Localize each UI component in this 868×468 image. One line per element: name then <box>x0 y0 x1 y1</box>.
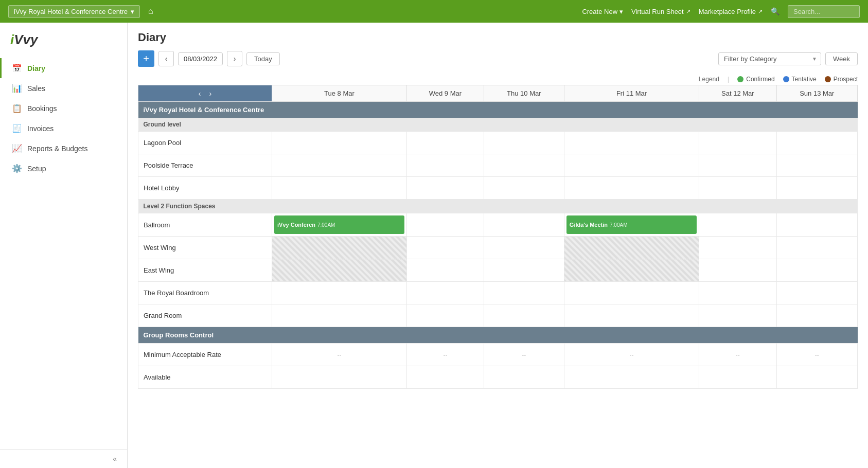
hotel-lobby-wed[interactable] <box>406 177 484 200</box>
west-wing-sat[interactable] <box>699 237 776 259</box>
content-area: Diary + ‹ 08/03/2022 › Today Filter by C… <box>128 23 868 468</box>
ground-level-label: Ground level <box>138 118 272 132</box>
east-wing-sun[interactable] <box>776 259 857 282</box>
lagoon-pool-sat[interactable] <box>699 132 776 154</box>
east-wing-thu[interactable] <box>484 259 564 282</box>
poolside-sun[interactable] <box>776 154 857 177</box>
sidebar-item-bookings-label: Bookings <box>27 104 57 113</box>
ballroom-fri[interactable]: Gilda's Meetin 7:00AM <box>564 213 699 237</box>
ground-level-spacer <box>272 118 858 132</box>
available-thu[interactable] <box>484 366 564 389</box>
grand-room-sat[interactable] <box>699 304 776 327</box>
min-rate-tue: -- <box>272 344 407 366</box>
external-link-icon: ↗ <box>686 8 690 15</box>
poolside-fri[interactable] <box>564 154 699 177</box>
sales-icon: 📊 <box>12 83 22 93</box>
calendar-header-row: ‹ › Tue 8 Mar Wed 9 Mar Thu 10 Mar Fri 1… <box>138 85 858 102</box>
east-wing-sat[interactable] <box>699 259 776 282</box>
available-wed[interactable] <box>406 366 484 389</box>
poolside-wed[interactable] <box>406 154 484 177</box>
available-sat[interactable] <box>699 366 776 389</box>
hotel-lobby-fri[interactable] <box>564 177 699 200</box>
day-header-fri: Fri 11 Mar <box>564 85 699 102</box>
grand-room-thu[interactable] <box>484 304 564 327</box>
sidebar-item-invoices[interactable]: 🧾 Invoices <box>0 118 127 138</box>
ballroom-sun[interactable] <box>776 213 857 237</box>
event-ivvy-conference[interactable]: iVvy Conferen 7:00AM <box>274 215 404 234</box>
hotel-lobby-sat[interactable] <box>699 177 776 200</box>
available-sun[interactable] <box>776 366 857 389</box>
navbar: iVvy Royal Hotel & Conference Centre ▾ ⌂… <box>0 0 868 23</box>
boardroom-tue[interactable] <box>272 282 407 304</box>
hotel-lobby-sun[interactable] <box>776 177 857 200</box>
sidebar-item-bookings[interactable]: 📋 Bookings <box>0 98 127 118</box>
virtual-run-sheet-link[interactable]: Virtual Run Sheet ↗ <box>631 8 690 15</box>
sidebar-item-reports[interactable]: 📈 Reports & Budgets <box>0 138 127 158</box>
west-wing-thu[interactable] <box>484 237 564 259</box>
grand-room-tue[interactable] <box>272 304 407 327</box>
table-row: The Royal Boardroom <box>138 282 858 304</box>
ballroom-wed[interactable] <box>406 213 484 237</box>
boardroom-sun[interactable] <box>776 282 857 304</box>
venue-selector[interactable]: iVvy Royal Hotel & Conference Centre ▾ <box>8 5 140 18</box>
hotel-lobby-thu[interactable] <box>484 177 564 200</box>
marketplace-profile-link[interactable]: Marketplace Profile ↗ <box>699 8 763 15</box>
sidebar-item-diary[interactable]: 📅 Diary <box>0 58 127 78</box>
search-icon: 🔍 <box>771 7 780 15</box>
boardroom-fri[interactable] <box>564 282 699 304</box>
week-view-button[interactable]: Week <box>825 52 858 65</box>
sidebar-item-sales[interactable]: 📊 Sales <box>0 78 127 98</box>
available-fri[interactable] <box>564 366 699 389</box>
filter-category-select[interactable]: Filter by Category <box>718 52 821 65</box>
table-row: Lagoon Pool <box>138 132 858 154</box>
sidebar-nav: 📅 Diary 📊 Sales 📋 Bookings 🧾 Invoices 📈 … <box>0 54 127 449</box>
boardroom-wed[interactable] <box>406 282 484 304</box>
cal-next-button[interactable]: › <box>206 87 215 100</box>
lagoon-pool-thu[interactable] <box>484 132 564 154</box>
west-wing-sun[interactable] <box>776 237 857 259</box>
table-row: Available <box>138 366 858 389</box>
ballroom-tue[interactable]: iVvy Conferen 7:00AM <box>272 213 407 237</box>
grand-room-fri[interactable] <box>564 304 699 327</box>
grand-room-sun[interactable] <box>776 304 857 327</box>
add-event-button[interactable]: + <box>138 50 154 67</box>
prev-week-button[interactable]: ‹ <box>158 51 174 66</box>
sidebar-item-diary-label: Diary <box>27 64 45 73</box>
lagoon-pool-sun[interactable] <box>776 132 857 154</box>
poolside-sat[interactable] <box>699 154 776 177</box>
home-icon[interactable]: ⌂ <box>148 7 153 16</box>
lagoon-pool-wed[interactable] <box>406 132 484 154</box>
west-wing-wed[interactable] <box>406 237 484 259</box>
logo-text: iVvy <box>10 32 38 47</box>
cal-prev-button[interactable]: ‹ <box>196 87 204 100</box>
grand-room-wed[interactable] <box>406 304 484 327</box>
virtual-run-sheet-label: Virtual Run Sheet <box>631 8 684 15</box>
lagoon-pool-tue[interactable] <box>272 132 407 154</box>
current-date-display: 08/03/2022 <box>178 52 223 65</box>
level2-label: Level 2 Function Spaces <box>138 200 272 213</box>
collapse-sidebar-button[interactable]: « <box>113 455 117 463</box>
table-row: Ballroom iVvy Conferen 7:00AM Gilda's Me… <box>138 213 858 237</box>
event-gildas-meeting[interactable]: Gilda's Meetin 7:00AM <box>566 215 697 234</box>
room-name-available: Available <box>138 366 272 389</box>
hotel-lobby-tue[interactable] <box>272 177 407 200</box>
group-rooms-section-row: Group Rooms Control <box>138 327 858 344</box>
search-input[interactable] <box>788 5 860 18</box>
poolside-thu[interactable] <box>484 154 564 177</box>
room-name-lagoon-pool: Lagoon Pool <box>138 132 272 154</box>
boardroom-sat[interactable] <box>699 282 776 304</box>
ballroom-sat[interactable] <box>699 213 776 237</box>
east-wing-wed[interactable] <box>406 259 484 282</box>
create-new-button[interactable]: Create New ▾ <box>582 8 623 15</box>
sidebar: iVvy 📅 Diary 📊 Sales 📋 Bookings 🧾 Invoic… <box>0 23 128 468</box>
filter-wrapper: Filter by Category <box>718 52 821 65</box>
available-tue[interactable] <box>272 366 407 389</box>
ballroom-thu[interactable] <box>484 213 564 237</box>
sidebar-item-setup[interactable]: ⚙️ Setup <box>0 158 127 178</box>
lagoon-pool-fri[interactable] <box>564 132 699 154</box>
next-week-button[interactable]: › <box>227 51 242 66</box>
today-button[interactable]: Today <box>246 52 280 65</box>
confirmed-dot <box>737 76 743 82</box>
poolside-tue[interactable] <box>272 154 407 177</box>
boardroom-thu[interactable] <box>484 282 564 304</box>
